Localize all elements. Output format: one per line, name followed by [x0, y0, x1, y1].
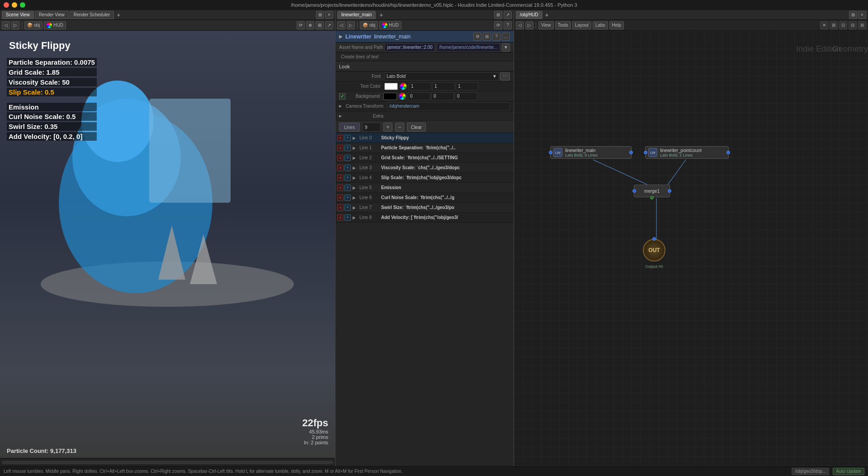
asset-name-field[interactable]: jamesr::linewriter::2.00	[385, 43, 435, 52]
viewport-reload-button[interactable]: ⟳	[297, 21, 305, 29]
tab-scene-view[interactable]: Scene View	[2, 11, 34, 19]
forward-button[interactable]: ▷	[11, 21, 19, 29]
close-button[interactable]	[4, 2, 9, 8]
rt-icon3[interactable]: ⊡	[839, 21, 847, 29]
line-4-delete[interactable]: ×	[337, 175, 344, 181]
line-0-expand[interactable]: ▶	[352, 136, 357, 140]
add-right-tab-button[interactable]: +	[543, 11, 551, 19]
scrollbar-track[interactable]	[2, 461, 333, 464]
status-path[interactable]: /obj/geo3/dop...	[792, 468, 829, 475]
line-0-delete[interactable]: ×	[337, 135, 344, 141]
line-2-vis[interactable]: ≡	[344, 155, 351, 161]
rt-layout-menu[interactable]: Layout	[572, 21, 591, 29]
look-section-header[interactable]: Look	[335, 62, 514, 71]
lines-clear-btn[interactable]: Clear	[407, 123, 426, 132]
node-merge1[interactable]: merge1	[634, 185, 670, 197]
panel-float-button[interactable]: ⊞	[316, 11, 324, 19]
line-5-expand[interactable]: ▶	[352, 186, 357, 190]
line-row-0[interactable]: × ≡ ▶ Line 0 Sticky Flippy	[335, 133, 514, 143]
viewport-scrollbar[interactable]	[0, 458, 335, 466]
tab-render-view[interactable]: Render View	[35, 11, 69, 19]
line-7-vis[interactable]: ≡	[344, 205, 351, 211]
line-5-vis[interactable]: ≡	[344, 185, 351, 191]
lines-add-btn[interactable]: +	[383, 123, 392, 132]
hud-dropdown[interactable]: HUD	[44, 21, 66, 29]
right-panel-close[interactable]: ×	[858, 11, 866, 19]
bg-r[interactable]: 0	[408, 92, 430, 100]
line-row-7[interactable]: × ≡ ▶ Line 7 Swirl Size: `ftrim(chs("../…	[335, 203, 514, 213]
asset-path-field[interactable]: /home/james/code/linewrite...	[437, 43, 500, 52]
text-color-g[interactable]: 1	[432, 82, 455, 90]
line-6-delete[interactable]: ×	[337, 195, 344, 201]
node-linewriter-pointcount[interactable]: LW linewriter_pointcount Lato Bold, 2 Li…	[645, 146, 729, 159]
rt-tools-menu[interactable]: Tools	[555, 21, 571, 29]
node-out[interactable]: OUT Output #0	[643, 239, 665, 262]
minimize-button[interactable]	[12, 2, 17, 8]
auto-update-btn[interactable]: Auto Update	[833, 468, 864, 475]
line-6-expand[interactable]: ▶	[352, 195, 357, 200]
asset-browse-btn[interactable]: ▼	[502, 43, 510, 52]
bg-color-wheel[interactable]	[399, 93, 406, 100]
line-8-expand[interactable]: ▶	[352, 215, 357, 220]
line-1-expand[interactable]: ▶	[352, 146, 357, 150]
node-graph[interactable]: Indie Edition Geometry LW linewriter_mai…	[514, 31, 868, 466]
line-row-8[interactable]: × ≡ ▶ Line 8 Add Velocity: [`ftrim(chs("…	[335, 213, 514, 223]
line-3-expand[interactable]: ▶	[352, 166, 357, 170]
bg-g[interactable]: 0	[431, 92, 454, 100]
font-dropdown[interactable]: Lato Bold ▼	[384, 72, 499, 81]
node-help-btn[interactable]: ?	[492, 33, 500, 41]
line-7-delete[interactable]: ×	[337, 205, 344, 211]
node-expand-icon[interactable]: ▶	[339, 34, 343, 39]
bg-color-swatch[interactable]	[383, 93, 397, 100]
node-obj-btn[interactable]: 📦 obj	[360, 21, 378, 29]
bg-checkbox[interactable]: ✓	[339, 93, 345, 100]
node-settings-btn[interactable]: ⚙	[473, 33, 481, 41]
line-row-4[interactable]: × ≡ ▶ Line 4 Slip Scale: `ftrim(chs("/ob…	[335, 173, 514, 183]
node-hud-btn[interactable]: HUD	[379, 21, 401, 29]
rt-labs-menu[interactable]: Labs	[593, 21, 608, 29]
tab-obj-hud[interactable]: /obj/HUD	[516, 11, 542, 19]
rt-icon5[interactable]: ⊞	[858, 21, 866, 29]
bg-b[interactable]: 0	[455, 92, 477, 100]
panel-options-button[interactable]: ⊞	[494, 11, 502, 19]
maximize-button[interactable]	[20, 2, 25, 8]
node-linewriter-main[interactable]: LW linewriter_main Lato Bold, 9 Lines	[550, 146, 632, 159]
text-color-b[interactable]: 1	[456, 82, 478, 90]
line-2-expand[interactable]: ▶	[352, 156, 357, 160]
help-btn[interactable]: ?	[504, 21, 512, 29]
line-8-vis[interactable]: ≡	[344, 214, 351, 221]
line-8-delete[interactable]: ×	[337, 214, 344, 221]
lines-label-btn[interactable]: Lines	[339, 123, 360, 132]
tab-linewriter-main[interactable]: linewriter_main	[337, 11, 376, 19]
lines-remove-btn[interactable]: −	[395, 123, 404, 132]
rt-view-menu[interactable]: View	[538, 21, 554, 29]
obj-dropdown[interactable]: 📦 obj	[24, 21, 42, 29]
viewport-icon2[interactable]: ⊕	[306, 21, 314, 29]
viewport-icon3[interactable]: ⊞	[316, 21, 324, 29]
nav-back[interactable]: ◁	[337, 21, 345, 29]
viewport-icon4[interactable]: ↗	[325, 21, 333, 29]
text-color-swatch[interactable]	[384, 83, 398, 90]
line-4-expand[interactable]: ▶	[352, 176, 357, 180]
line-4-vis[interactable]: ≡	[344, 175, 351, 181]
line-row-6[interactable]: × ≡ ▶ Line 6 Curl Noise Scale: `ftrim(ch…	[335, 193, 514, 203]
rt-icon2[interactable]: ⊞	[830, 21, 838, 29]
line-3-delete[interactable]: ×	[337, 165, 344, 171]
rt-help-menu[interactable]: Help	[609, 21, 624, 29]
nav-fwd[interactable]: ▷	[347, 21, 355, 29]
tab-render-scheduler[interactable]: Render Scheduler	[70, 11, 114, 19]
node-more-btn[interactable]: …	[502, 33, 510, 41]
line-row-5[interactable]: × ≡ ▶ Line 5 Emission	[335, 183, 514, 193]
lines-count[interactable]: 9	[363, 123, 381, 132]
line-1-delete[interactable]: ×	[337, 145, 344, 151]
line-0-vis[interactable]: ≡	[344, 135, 351, 141]
line-row-1[interactable]: × ≡ ▶ Line 1 Particle Separation: `ftrim…	[335, 143, 514, 153]
right-panel-float[interactable]: ⊞	[849, 11, 857, 19]
viewport[interactable]: Sticky Flippy Particle Separation: 0.007…	[0, 31, 335, 458]
line-row-3[interactable]: × ≡ ▶ Line 3 Viscosity Scale: `chs("../.…	[335, 163, 514, 173]
rt-fwd[interactable]: ▷	[525, 21, 533, 29]
line-row-2[interactable]: × ≡ ▶ Line 2 Grid Scale: `ftrim(chs("../…	[335, 153, 514, 163]
rt-back[interactable]: ◁	[516, 21, 524, 29]
line-2-delete[interactable]: ×	[337, 155, 344, 161]
line-5-delete[interactable]: ×	[337, 185, 344, 191]
